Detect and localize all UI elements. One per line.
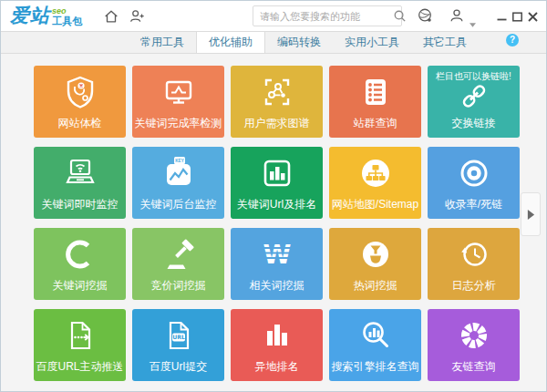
clock-history-icon xyxy=(456,236,492,273)
tile-label: 网站体检 xyxy=(34,116,126,131)
tile-site-list[interactable]: 站群查询 xyxy=(329,66,421,138)
tile-label: 日志分析 xyxy=(428,278,520,294)
tile-label: 关键词后台监控 xyxy=(132,197,224,212)
tile-laptop-wifi[interactable]: 关键词即时监控 xyxy=(34,147,126,219)
tab-3[interactable]: 实用小工具 xyxy=(333,32,411,53)
maximize-button[interactable] xyxy=(511,10,523,22)
tab-4[interactable]: 其它工具 xyxy=(411,32,479,53)
logo-main-text: 爱站 xyxy=(10,5,50,26)
close-button[interactable] xyxy=(527,10,539,22)
tab-1[interactable]: 优化辅助 xyxy=(196,32,265,53)
shovel-circle-icon xyxy=(357,236,394,273)
tile-letter-c[interactable]: 关键词挖掘 xyxy=(34,228,126,300)
user-icon[interactable] xyxy=(449,7,465,24)
tab-0[interactable]: 常用工具 xyxy=(129,32,196,53)
laptop-wifi-icon xyxy=(62,155,98,191)
tile-label: 交换链接 xyxy=(428,116,520,131)
tile-segment-wheel[interactable]: 友链查询 xyxy=(428,309,520,381)
function-search xyxy=(253,5,402,26)
tile-label: 关键词即时监控 xyxy=(34,197,126,212)
tile-grid: 网站体检关键词完成率检测用户需求图谱站群查询栏目也可以换链啦!交换链接关键词即时… xyxy=(34,66,546,381)
tile-label: 关键词挖掘 xyxy=(34,278,126,294)
tabbar: 常用工具优化辅助编码转换实用小工具其它工具 ? xyxy=(1,31,546,54)
tile-demand-graph[interactable]: 用户需求图谱 xyxy=(231,66,323,138)
tile-magnifier-bars[interactable]: 搜索引擎排名查询 xyxy=(329,309,421,381)
chart-flag-icon: KEY xyxy=(160,155,197,191)
doc-url-icon: URL xyxy=(160,317,197,354)
tile-shield-checkup[interactable]: 网站体检 xyxy=(34,66,126,138)
arrow-right-icon xyxy=(527,210,535,220)
tile-label: 百度Url提交 xyxy=(132,359,224,375)
tile-shovel-circle[interactable]: 热词挖掘 xyxy=(329,228,421,300)
tile-chain-link[interactable]: 栏目也可以换链啦!交换链接 xyxy=(428,66,520,138)
tile-label: 竞价词挖掘 xyxy=(132,278,224,294)
tab-list: 常用工具优化辅助编码转换实用小工具其它工具 xyxy=(129,32,479,53)
tile-label: 关键词完成率检测 xyxy=(132,116,224,131)
tool-grid-area: 网站体检关键词完成率检测用户需求图谱站群查询栏目也可以换链啦!交换链接关键词即时… xyxy=(1,54,546,392)
app-window: 爱站 seo 工具包 xyxy=(0,0,547,392)
svg-text:KEY: KEY xyxy=(175,159,183,163)
tile-label: 搜索引擎排名查询 xyxy=(329,359,421,375)
tile-target-rings[interactable]: 收录率/死链 xyxy=(428,147,520,219)
site-list-icon xyxy=(357,74,394,110)
help-icon[interactable]: ? xyxy=(506,34,519,46)
logo-seo-text: seo xyxy=(52,7,82,15)
tile-chart-flag[interactable]: KEY关键词后台监控 xyxy=(132,147,224,219)
magnifier-bars-icon xyxy=(357,317,394,354)
tile-label: 友链查询 xyxy=(428,359,520,375)
tile-label: 网站地图/Sitemap xyxy=(329,197,421,212)
tile-gavel[interactable]: 竞价词挖掘 xyxy=(132,228,224,300)
tile-label: 收录率/死链 xyxy=(428,197,520,212)
tab-2[interactable]: 编码转换 xyxy=(265,32,333,53)
tile-square-bars[interactable]: 关键词Url及排名 xyxy=(231,147,323,219)
tile-label: 百度URL主动推送 xyxy=(34,359,126,375)
tile-label: 关键词Url及排名 xyxy=(231,197,323,212)
chevron-down-icon[interactable] xyxy=(470,15,476,19)
svg-text:W: W xyxy=(263,240,291,270)
letter-w-icon: W xyxy=(259,236,295,273)
doc-arrow-icon xyxy=(62,317,98,354)
monitor-pulse-icon xyxy=(160,74,197,110)
tile-bars[interactable]: 异地排名 xyxy=(231,309,323,381)
tile-label: 热词挖掘 xyxy=(329,278,421,294)
tile-clock-history[interactable]: 日志分析 xyxy=(428,228,520,300)
tile-sitemap-circle[interactable]: 网站地图/Sitemap xyxy=(329,147,421,219)
tile-letter-w[interactable]: W相关词挖掘 xyxy=(231,228,323,300)
titlebar: 爱站 seo 工具包 xyxy=(1,1,546,31)
tile-label: 站群查询 xyxy=(329,116,421,131)
search-icon[interactable] xyxy=(393,9,407,23)
tile-label: 异地排名 xyxy=(231,359,323,375)
svg-text:URL: URL xyxy=(172,334,185,340)
segment-wheel-icon xyxy=(456,317,492,354)
square-bars-icon xyxy=(259,155,295,191)
network-icon[interactable] xyxy=(417,7,433,24)
home-icon[interactable] xyxy=(103,8,119,25)
target-rings-icon xyxy=(456,155,492,191)
user-plus-icon[interactable] xyxy=(129,8,145,25)
tile-label: 用户需求图谱 xyxy=(231,116,323,131)
tile-doc-arrow[interactable]: 百度URL主动推送 xyxy=(34,309,126,381)
letter-c-icon xyxy=(62,236,98,273)
app-logo: 爱站 seo 工具包 xyxy=(10,5,82,26)
shield-checkup-icon xyxy=(62,74,98,110)
gavel-icon xyxy=(160,236,197,273)
search-input[interactable] xyxy=(253,11,393,22)
bars-icon xyxy=(259,317,295,354)
demand-graph-icon xyxy=(259,74,295,110)
sitemap-circle-icon xyxy=(357,155,394,191)
next-page-button[interactable] xyxy=(521,192,541,236)
chain-link-icon xyxy=(459,81,489,111)
tile-monitor-pulse[interactable]: 关键词完成率检测 xyxy=(132,66,224,138)
tile-doc-url[interactable]: URL百度Url提交 xyxy=(132,309,224,381)
logo-sub-text: 工具包 xyxy=(52,16,82,26)
tile-label: 相关词挖掘 xyxy=(231,278,323,294)
minimize-button[interactable] xyxy=(496,10,508,22)
